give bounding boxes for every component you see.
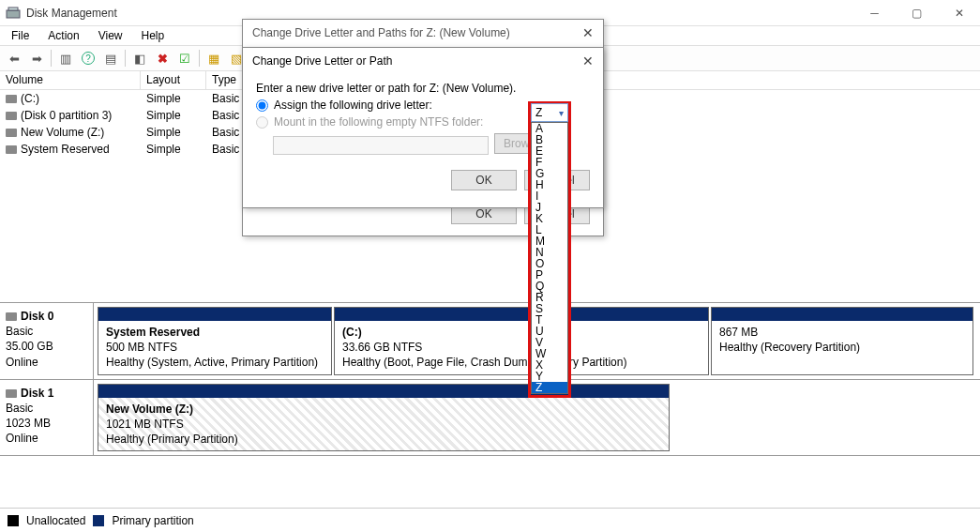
svg-rect-0 xyxy=(7,10,20,18)
mount-folder-input xyxy=(273,136,489,155)
outer-dialog-title: Change Drive Letter and Paths for Z: (Ne… xyxy=(252,26,510,39)
inner-dialog-titlebar: Change Drive Letter or Path ✕ xyxy=(243,48,603,74)
close-button[interactable]: ✕ xyxy=(938,0,980,25)
partition[interactable]: 867 MBHealthy (Recovery Partition) xyxy=(711,307,973,375)
drive-letter-combo[interactable]: Z ▾ xyxy=(531,103,568,122)
dropdown-item[interactable]: Z xyxy=(532,382,567,393)
help-icon[interactable]: ? xyxy=(78,48,98,68)
legend: Unallocated Primary partition xyxy=(0,508,980,532)
legend-primary: Primary partition xyxy=(112,514,193,527)
svg-rect-1 xyxy=(8,8,18,10)
back-icon[interactable]: ⬅ xyxy=(4,48,24,68)
instruction-text: Enter a new drive letter or path for Z: … xyxy=(256,82,590,95)
partition[interactable]: New Volume (Z:)1021 MB NTFSHealthy (Prim… xyxy=(98,384,670,452)
settings-icon[interactable]: ◧ xyxy=(129,48,150,68)
disk-row: Disk 1Basic1023 MBOnlineNew Volume (Z:)1… xyxy=(0,380,980,457)
outer-dialog-close-icon[interactable]: ✕ xyxy=(582,25,594,40)
radio-assign-label: Assign the following drive letter: xyxy=(274,99,432,112)
forward-icon[interactable]: ➡ xyxy=(26,48,47,68)
radio-mount-input xyxy=(256,116,268,129)
app-icon xyxy=(6,6,21,21)
legend-swatch-unallocated xyxy=(8,515,19,526)
delete-icon[interactable]: ✖ xyxy=(152,48,173,68)
partition[interactable]: System Reserved500 MB NTFSHealthy (Syste… xyxy=(98,307,332,375)
menu-help[interactable]: Help xyxy=(134,27,173,44)
minimize-button[interactable]: ─ xyxy=(853,0,896,25)
refresh-icon[interactable]: ▤ xyxy=(100,48,121,68)
legend-unallocated: Unallocated xyxy=(26,514,85,527)
check-icon[interactable]: ☑ xyxy=(174,48,195,68)
disk-info: Disk 0Basic35.00 GBOnline xyxy=(0,303,94,379)
drive-letter-dropdown[interactable]: ABEFGHIJKLMNOPQRSTUVWXYZ xyxy=(531,122,568,394)
menu-file[interactable]: File xyxy=(4,27,37,44)
chevron-down-icon: ▾ xyxy=(559,108,564,118)
disk-row: Disk 0Basic35.00 GBOnlineSystem Reserved… xyxy=(0,303,980,380)
panel-icon[interactable]: ▥ xyxy=(55,48,76,68)
inner-dialog-close-icon[interactable]: ✕ xyxy=(582,53,594,68)
maximize-button[interactable]: ▢ xyxy=(896,0,938,25)
radio-assign-input[interactable] xyxy=(256,99,268,112)
partition[interactable]: (C:)33.66 GB NTFSHealthy (Boot, Page Fil… xyxy=(334,307,709,375)
inner-ok-button[interactable]: OK xyxy=(451,170,517,190)
menu-action[interactable]: Action xyxy=(40,27,86,44)
col-volume[interactable]: Volume xyxy=(0,71,141,89)
window-title: Disk Management xyxy=(26,7,853,20)
disk-graphical-view: Disk 0Basic35.00 GBOnlineSystem Reserved… xyxy=(0,302,980,508)
drive-letter-value: Z xyxy=(535,106,542,119)
disk-info: Disk 1Basic1023 MBOnline xyxy=(0,380,94,456)
col-layout[interactable]: Layout xyxy=(141,71,206,89)
new-icon[interactable]: ▦ xyxy=(204,48,224,68)
legend-swatch-primary xyxy=(93,515,104,526)
inner-dialog-title: Change Drive Letter or Path xyxy=(252,54,392,68)
outer-dialog-titlebar: Change Drive Letter and Paths for Z: (Ne… xyxy=(243,20,603,46)
menu-view[interactable]: View xyxy=(91,27,130,44)
radio-mount-label: Mount in the following empty NTFS folder… xyxy=(274,115,483,129)
